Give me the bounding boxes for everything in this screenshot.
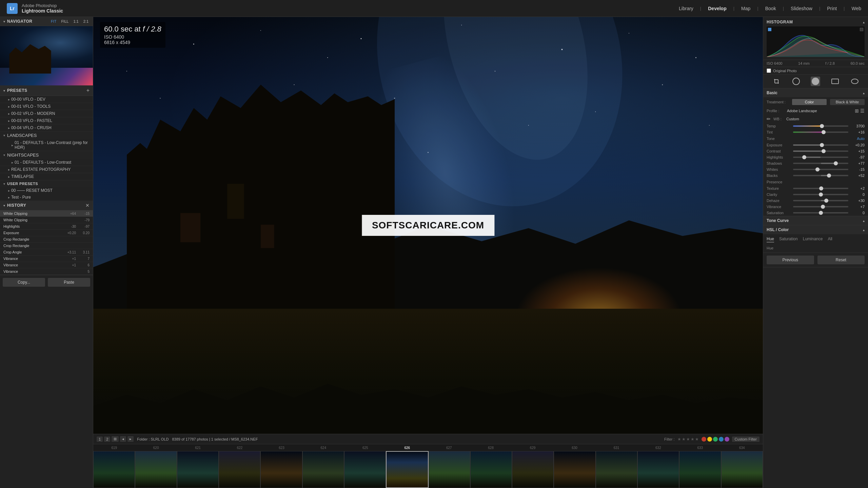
nav-web[interactable]: Web bbox=[851, 6, 861, 11]
basic-panel-header[interactable]: Basic ▴ bbox=[763, 88, 868, 97]
histogram-right-indicator[interactable] bbox=[860, 28, 863, 31]
tint-slider-thumb[interactable] bbox=[822, 130, 826, 134]
histogram-left-indicator[interactable] bbox=[768, 28, 771, 31]
history-item-crop-rectangle-2[interactable]: Crop Rectangle bbox=[0, 243, 93, 249]
filmstrip-thumb-632[interactable] bbox=[637, 451, 679, 488]
preset-item-realestate[interactable]: ▸ REAL ESTATE PHOTOGRAPHY bbox=[0, 166, 93, 173]
history-item-highlights[interactable]: Highlights -30 -97 bbox=[0, 223, 93, 230]
preset-item-vflo-crush[interactable]: ▸ 00-04 VFLO - CRUSH bbox=[0, 124, 93, 131]
preset-item-vflo-pastel[interactable]: ▸ 00-03 VFLO - PASTEL bbox=[0, 117, 93, 124]
nav-map[interactable]: Map bbox=[741, 6, 750, 11]
star-rating-filter[interactable]: ★ ★ ★ ★ ★ bbox=[677, 437, 699, 442]
color-filter-green[interactable] bbox=[713, 437, 718, 442]
history-item-exposure[interactable]: Exposure +0.20 0.20 bbox=[0, 230, 93, 236]
single-image-view[interactable]: 1 bbox=[97, 436, 103, 442]
tone-curve-header[interactable]: Tone Curve ▴ bbox=[763, 216, 868, 225]
grid-view[interactable]: ⊞ bbox=[112, 436, 119, 442]
profile-list-icon[interactable]: ☰ bbox=[860, 108, 865, 114]
auto-tone-button[interactable]: Auto bbox=[857, 137, 865, 141]
filmstrip-thumb-623[interactable] bbox=[260, 451, 302, 488]
exposure-slider-thumb[interactable] bbox=[820, 143, 824, 147]
histogram-header[interactable]: Histogram ▴ bbox=[767, 20, 865, 24]
spot-removal-tool[interactable] bbox=[791, 77, 801, 86]
crop-tool[interactable] bbox=[772, 77, 781, 86]
color-treatment-btn[interactable]: Color bbox=[792, 99, 827, 105]
contrast-slider-thumb[interactable] bbox=[822, 149, 826, 153]
color-filter-purple[interactable] bbox=[725, 437, 729, 442]
prev-photo[interactable]: ◂ bbox=[120, 436, 126, 442]
reset-button[interactable]: Reset bbox=[817, 256, 865, 264]
history-item-crop-angle[interactable]: Crop Angle +3.11 3.11 bbox=[0, 249, 93, 256]
filmstrip-thumb-621[interactable] bbox=[177, 451, 219, 488]
presets-header[interactable]: ▾ Presets + bbox=[0, 85, 93, 96]
contrast-slider-track[interactable] bbox=[793, 150, 848, 152]
tint-slider-track[interactable] bbox=[793, 131, 848, 133]
whites-slider-thumb[interactable] bbox=[815, 167, 820, 171]
preset-group-nightscapes-header[interactable]: ▾ NIGHTSCAPES bbox=[0, 151, 93, 159]
nav-library[interactable]: Library bbox=[679, 6, 693, 11]
clarity-slider-track[interactable] bbox=[793, 194, 848, 195]
vibrance-slider-track[interactable] bbox=[793, 206, 848, 207]
preset-item-nightscapes-defaults[interactable]: ▸ 01 - DEFAULTS - Low-Contrast bbox=[0, 159, 93, 166]
zoom-2to1[interactable]: 2:1 bbox=[82, 19, 90, 24]
saturation-slider-thumb[interactable] bbox=[819, 211, 823, 215]
preset-item-vflo-tools[interactable]: ▸ 00-01 VFLO - TOOLS bbox=[0, 103, 93, 110]
history-item-white-clipping-1[interactable]: White Clipping +64 -15 bbox=[0, 210, 93, 217]
hsl-tab-saturation[interactable]: Saturation bbox=[779, 236, 798, 242]
star-2[interactable]: ★ bbox=[682, 437, 686, 442]
radial-filter-tool[interactable] bbox=[850, 77, 860, 86]
user-presets-header[interactable]: ▾ User Presets bbox=[0, 180, 93, 187]
blacks-slider-track[interactable] bbox=[793, 175, 848, 176]
filmstrip-thumb-625[interactable] bbox=[344, 451, 386, 488]
preset-item-vflo-modern[interactable]: ▸ 00-02 VFLO - MODERN bbox=[0, 110, 93, 117]
history-item-vibrance-3[interactable]: Vibrance 5 bbox=[0, 268, 93, 275]
preset-item-vflo-dev[interactable]: ▸ 00-00 VFLO - DEV bbox=[0, 96, 93, 103]
history-item-vibrance-1[interactable]: Vibrance +1 7 bbox=[0, 256, 93, 262]
next-photo[interactable]: ▸ bbox=[127, 436, 134, 442]
star-5[interactable]: ★ bbox=[695, 437, 699, 442]
shadows-slider-track[interactable] bbox=[793, 163, 848, 164]
presets-add-button[interactable]: + bbox=[86, 87, 90, 94]
blacks-slider-thumb[interactable] bbox=[827, 174, 831, 178]
profile-grid-icon[interactable]: ⊞ bbox=[855, 108, 859, 114]
zoom-fill[interactable]: FILL bbox=[60, 19, 70, 24]
history-item-vibrance-2[interactable]: Vibrance +1 6 bbox=[0, 262, 93, 268]
star-3[interactable]: ★ bbox=[686, 437, 690, 442]
filmstrip-thumb-628[interactable] bbox=[470, 451, 512, 488]
navigator-preview[interactable] bbox=[0, 26, 93, 85]
texture-slider-track[interactable] bbox=[793, 188, 848, 189]
nav-print[interactable]: Print bbox=[827, 6, 837, 11]
temp-slider-track[interactable] bbox=[793, 125, 848, 127]
preset-group-landscapes-header[interactable]: ▾ LANDSCAPES bbox=[0, 131, 93, 139]
exposure-slider-track[interactable] bbox=[793, 144, 848, 146]
hsl-tab-all[interactable]: All bbox=[828, 236, 832, 242]
paste-button[interactable]: Paste bbox=[48, 278, 90, 287]
vibrance-slider-thumb[interactable] bbox=[821, 205, 825, 209]
hsl-tab-luminance[interactable]: Luminance bbox=[803, 236, 823, 242]
preset-item-timelapse[interactable]: ▸ TIMELAPSE bbox=[0, 173, 93, 180]
filmstrip-thumb-629[interactable] bbox=[512, 451, 554, 488]
highlights-slider-thumb[interactable] bbox=[802, 155, 806, 159]
shadows-slider-thumb[interactable] bbox=[834, 161, 838, 165]
temp-slider-thumb[interactable] bbox=[820, 124, 824, 128]
navigator-header[interactable]: ▾ Navigator FIT FILL 1:1 2:1 bbox=[0, 17, 93, 26]
highlights-slider-track[interactable] bbox=[793, 157, 848, 158]
hsl-tab-hue[interactable]: Hue bbox=[767, 236, 774, 242]
copy-button[interactable]: Copy... bbox=[3, 278, 45, 287]
dehaze-slider-thumb[interactable] bbox=[824, 199, 828, 203]
filmstrip-thumb-634[interactable] bbox=[721, 451, 763, 488]
filmstrip-thumb-633[interactable] bbox=[679, 451, 721, 488]
custom-filter-button[interactable]: Custom Filter bbox=[732, 436, 760, 442]
saturation-slider-track[interactable] bbox=[793, 212, 848, 214]
zoom-fit[interactable]: FIT bbox=[50, 19, 58, 24]
filmstrip-thumb-630[interactable] bbox=[554, 451, 595, 488]
hsl-header[interactable]: HSL / Color ▴ bbox=[763, 225, 868, 234]
zoom-1to1[interactable]: 1:1 bbox=[72, 19, 79, 24]
color-filter-yellow[interactable] bbox=[707, 437, 712, 442]
bw-treatment-btn[interactable]: Black & White bbox=[830, 99, 865, 105]
history-item-white-clipping-2[interactable]: White Clipping -79 bbox=[0, 217, 93, 223]
history-item-crop-rectangle-1[interactable]: Crop Rectangle bbox=[0, 236, 93, 243]
wb-eyedropper-icon[interactable]: ✏ bbox=[767, 116, 771, 122]
whites-slider-track[interactable] bbox=[793, 169, 848, 170]
color-filter-red[interactable] bbox=[702, 437, 706, 442]
